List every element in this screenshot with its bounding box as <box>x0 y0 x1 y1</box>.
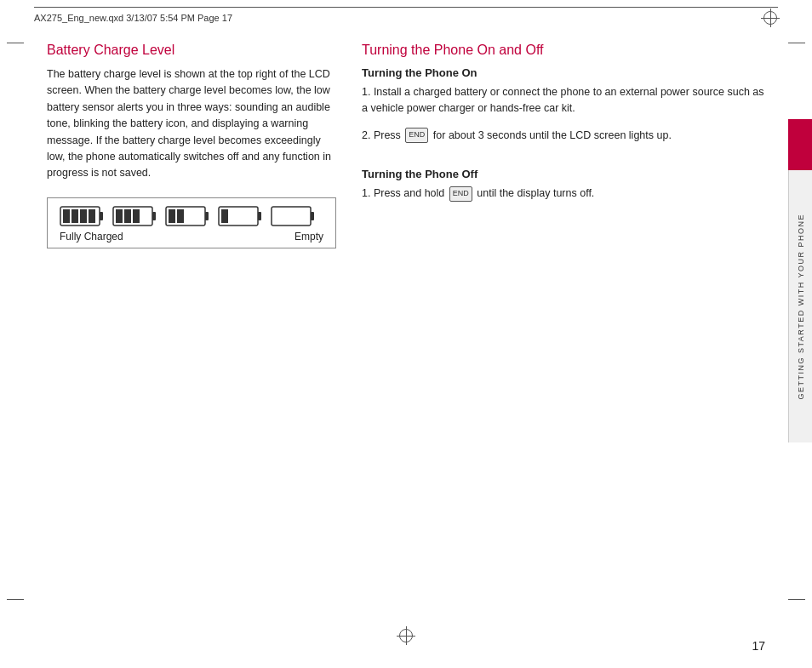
svg-rect-4 <box>80 209 87 223</box>
page-number: 17 <box>752 639 765 653</box>
step2-suffix: for about 3 seconds until the LCD screen… <box>433 129 672 141</box>
svg-rect-16 <box>258 212 261 220</box>
turning-off-step1: 1. Press and hold END until the display … <box>362 186 765 202</box>
reg-mark-right-bottom <box>788 599 805 600</box>
battery-3bar-icon <box>112 205 157 227</box>
battery-2bar-icon <box>165 205 209 227</box>
step2-prefix: 2. Press <box>362 129 401 141</box>
turning-on-heading: Turning the Phone On <box>362 66 765 79</box>
sidebar-tab: GETTING STARTED WITH YOUR PHONE <box>788 119 812 442</box>
turning-section-title: Turning the Phone On and Off <box>362 43 765 58</box>
step1-off-suffix: until the display turns off. <box>477 187 594 199</box>
svg-rect-17 <box>221 209 228 223</box>
turning-on-section: Turning the Phone On 1. Install a charge… <box>362 66 765 144</box>
svg-rect-10 <box>133 209 140 223</box>
power-btn-off-icon: END <box>449 186 472 202</box>
right-column: Turning the Phone On and Off Turning the… <box>362 43 765 617</box>
svg-rect-1 <box>100 212 103 220</box>
battery-row <box>60 205 323 227</box>
battery-section-title: Battery Charge Level <box>47 43 336 58</box>
battery-empty-icon <box>271 205 315 227</box>
turning-on-step2: 2. Press END for about 3 seconds until t… <box>362 128 765 144</box>
crosshair-mark <box>763 11 777 25</box>
bottom-crosshair-mark <box>399 629 413 642</box>
svg-rect-19 <box>311 212 314 220</box>
step1-off-prefix: 1. Press and hold <box>362 187 444 199</box>
svg-rect-8 <box>116 209 123 223</box>
page-header: AX275_Eng_new.qxd 3/13/07 5:54 PM Page 1… <box>34 7 778 26</box>
svg-rect-9 <box>124 209 131 223</box>
svg-rect-2 <box>63 209 70 223</box>
svg-rect-3 <box>71 209 78 223</box>
svg-rect-7 <box>152 212 156 220</box>
power-btn-on-icon: END <box>405 128 428 143</box>
label-fully-charged: Fully Charged <box>60 231 123 243</box>
turning-off-section: Turning the Phone Off 1. Press and hold … <box>362 168 765 202</box>
svg-rect-13 <box>169 209 175 223</box>
left-column: Battery Charge Level The battery charge … <box>47 43 336 617</box>
svg-rect-18 <box>272 207 311 226</box>
label-empty: Empty <box>294 231 323 243</box>
sidebar-text-container: GETTING STARTED WITH YOUR PHONE <box>788 170 812 442</box>
bottom-crosshair <box>399 629 413 642</box>
turning-on-step1: 1. Install a charged battery or connect … <box>362 84 765 117</box>
battery-labels: Fully Charged Empty <box>60 231 323 243</box>
battery-1bar-icon <box>218 205 262 227</box>
svg-rect-14 <box>177 209 184 223</box>
turning-off-heading: Turning the Phone Off <box>362 168 765 180</box>
battery-icons-box: Fully Charged Empty <box>47 197 336 248</box>
svg-rect-5 <box>89 209 95 223</box>
main-content: Battery Charge Level The battery charge … <box>47 43 765 617</box>
reg-mark-right <box>788 43 805 43</box>
header-text: AX275_Eng_new.qxd 3/13/07 5:54 PM Page 1… <box>34 13 763 23</box>
reg-mark-left-bottom <box>7 599 24 600</box>
sidebar-label: GETTING STARTED WITH YOUR PHONE <box>797 214 805 400</box>
battery-body-text: The battery charge level is shown at the… <box>47 66 336 182</box>
svg-rect-12 <box>205 212 209 220</box>
header-crosshair <box>763 10 778 26</box>
reg-mark-left <box>7 43 24 43</box>
sidebar-accent <box>788 119 812 170</box>
battery-full-icon <box>60 205 104 227</box>
